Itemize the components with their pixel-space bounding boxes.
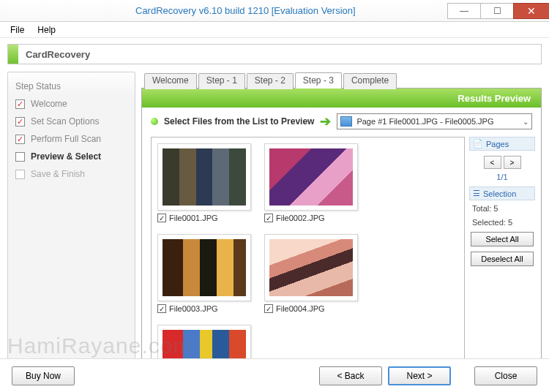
bottom-button-bar: Buy Now < Back Next > Close [0,358,549,392]
buy-now-button[interactable]: Buy Now [12,366,75,385]
checkbox-icon [15,152,25,162]
titlebar: CardRecovery v6.10 build 1210 [Evaluatio… [0,0,549,22]
thumbnail-image [269,148,353,206]
pages-icon: 📄 [473,139,483,148]
gallery-side-panel: 📄Pages < > 1/1 ☰Selection Total: 5 Selec… [469,137,535,392]
prev-page-button[interactable]: < [484,156,501,169]
picture-icon [340,116,352,127]
menu-file[interactable]: File [4,23,30,37]
banner-accent [8,45,18,64]
step-preview-select: Preview & Select [15,151,127,162]
step-full-scan: ✓Perform Full Scan [15,134,127,144]
file-checkbox[interactable]: ✓ [264,214,273,222]
tab-welcome[interactable]: Welcome [144,73,197,89]
panel-header: Results Preview [142,88,541,108]
tab-step-1[interactable]: Step - 1 [198,73,245,89]
list-icon: ☰ [473,189,480,198]
window-title: CardRecovery v6.10 build 1210 [Evaluatio… [135,5,447,16]
checkmark-icon: ✓ [15,135,25,144]
tab-strip: Welcome Step - 1 Step - 2 Step - 3 Compl… [141,72,542,88]
file-name: File0003.JPG [169,304,218,313]
step-scan-options: ✓Set Scan Options [15,116,127,127]
step-label: Save & Finish [31,169,85,179]
checkmark-icon: ✓ [15,117,25,127]
page-selector-combo[interactable]: Page #1 File0001.JPG - File0005.JPG ⌄ [337,113,532,129]
minimize-icon: — [460,6,468,16]
menu-help[interactable]: Help [31,23,61,37]
close-button[interactable]: Close [474,366,537,385]
file-checkbox[interactable]: ✓ [157,304,166,313]
checkbox-icon [15,170,25,179]
bullet-icon [151,118,158,125]
tab-complete[interactable]: Complete [343,73,397,89]
tab-step-2[interactable]: Step - 2 [247,73,294,89]
step-save-finish: Save & Finish [15,169,127,179]
selected-count: Selected: 5 [469,216,535,228]
minimize-button[interactable]: — [447,3,481,19]
thumbnail-item[interactable]: ✓File0003.JPG [157,234,251,313]
banner-title: CardRecovery [26,49,90,60]
close-window-button[interactable]: ✕ [513,3,549,19]
results-panel: Results Preview Select Files from the Li… [141,88,542,392]
page-indicator: 1/1 [469,171,535,184]
pages-header: 📄Pages [469,137,535,151]
selection-header: ☰Selection [469,186,535,200]
total-count: Total: 5 [469,203,535,214]
thumbnail-image [163,148,246,206]
tab-step-3[interactable]: Step - 3 [295,72,342,88]
thumbnail-image [269,239,353,296]
file-name: File0004.JPG [276,304,325,313]
thumbnail-grid: ✓File0001.JPG ✓File0002.JPG ✓File0003.JP… [151,137,465,392]
next-page-button[interactable]: > [504,156,521,169]
sidebar-heading: Step Status [15,81,127,91]
step-label: Set Scan Options [31,116,99,127]
app-banner: CardRecovery [7,44,542,64]
next-button[interactable]: Next > [388,366,451,385]
step-welcome: ✓Welcome [15,99,127,109]
file-name: File0001.JPG [169,214,218,222]
checkmark-icon: ✓ [15,99,25,109]
maximize-button[interactable]: ☐ [480,3,514,19]
file-name: File0002.JPG [276,214,325,222]
thumbnail-item[interactable]: ✓File0004.JPG [264,234,358,313]
panel-toolbar: Select Files from the List to Preview ➔ … [142,108,541,134]
step-label: Welcome [31,99,67,109]
step-label: Perform Full Scan [31,134,101,144]
thumbnail-image [163,239,246,296]
arrow-right-icon: ➔ [320,113,331,129]
thumbnail-item[interactable]: ✓File0002.JPG [264,143,358,222]
page-selector-text: Page #1 File0001.JPG - File0005.JPG [356,117,523,126]
step-label: Preview & Select [31,151,101,162]
back-button[interactable]: < Back [319,366,382,385]
deselect-all-button[interactable]: Deselect All [471,252,534,266]
file-checkbox[interactable]: ✓ [157,214,166,222]
select-all-button[interactable]: Select All [471,232,534,246]
instruction-label: Select Files from the List to Preview [164,116,314,127]
chevron-down-icon: ⌄ [523,118,529,126]
close-icon: ✕ [527,5,536,17]
sidebar: Step Status ✓Welcome ✓Set Scan Options ✓… [7,72,135,361]
file-checkbox[interactable]: ✓ [264,304,273,313]
thumbnail-item[interactable]: ✓File0001.JPG [157,143,251,222]
maximize-icon: ☐ [493,6,501,16]
menubar: File Help [0,22,549,38]
